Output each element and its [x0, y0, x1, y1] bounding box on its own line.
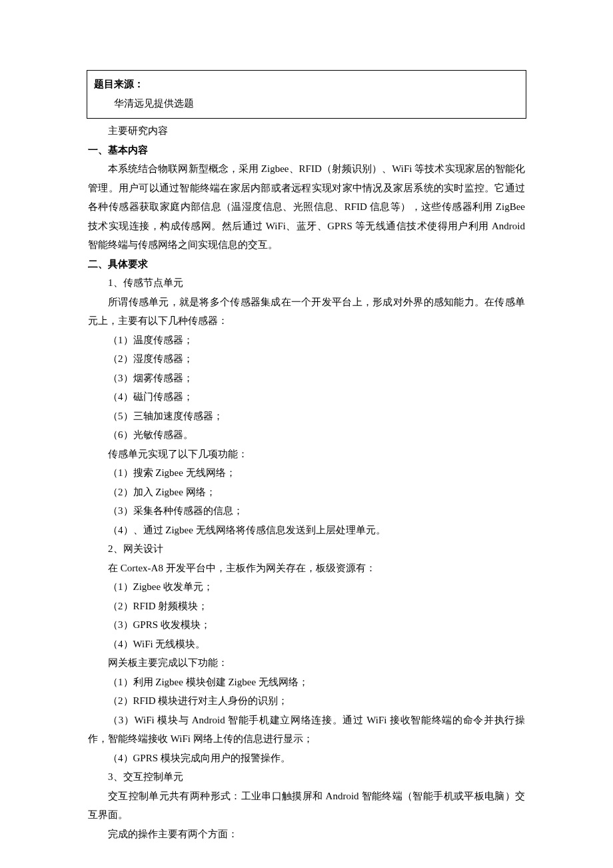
sensor-func-item: （1）搜索 Zigbee 无线网络； — [88, 463, 525, 483]
gateway-res-item: （1）Zigbee 收发单元； — [88, 577, 525, 597]
gateway-func-item: （2）RFID 模块进行对主人身份的识别； — [88, 691, 525, 711]
gateway-func-item: （1）利用 Zigbee 模块创建 Zigbee 无线网络； — [88, 673, 525, 692]
sensor-func-item: （2）加入 Zigbee 网络； — [88, 483, 525, 502]
section-1-paragraph: 本系统结合物联网新型概念，采用 Zigbee、RFID（射频识别）、WiFi 等… — [88, 159, 525, 255]
topic-source-title: 题目来源： — [94, 75, 519, 94]
sensor-item: （2）湿度传感器； — [88, 349, 525, 369]
gateway-func-item: （3）WiFi 模块与 Android 智能手机建立网络连接。通过 WiFi 接… — [88, 711, 525, 749]
sensor-funcs-label: 传感单元实现了以下几项功能： — [88, 445, 525, 464]
gateway-res-item: （4）WiFi 无线模块。 — [88, 635, 525, 654]
sensor-item: （4）磁门传感器； — [88, 387, 525, 407]
topic-source-content: 华清远见提供选题 — [94, 94, 519, 113]
sensor-func-item: （4）、通过 Zigbee 无线网络将传感信息发送到上层处理单元。 — [88, 521, 525, 540]
interaction-unit-title: 3、交互控制单元 — [88, 767, 525, 787]
gateway-res-item: （2）RFID 射频模块； — [88, 597, 525, 616]
gateway-func-item: （4）GPRS 模块完成向用户的报警操作。 — [88, 749, 525, 768]
sensor-func-item: （3）采集各种传感器的信息； — [88, 501, 525, 521]
sensor-item: （1）温度传感器； — [88, 331, 525, 350]
sensor-item: （3）烟雾传感器； — [88, 369, 525, 388]
gateway-desc: 在 Cortex-A8 开发平台中，主板作为网关存在，板级资源有： — [88, 559, 525, 578]
section-1-heading: 一、基本内容 — [88, 141, 525, 160]
topic-source-box: 题目来源： 华清远见提供选题 — [87, 70, 526, 119]
sensor-unit-title: 1、传感节点单元 — [88, 273, 525, 293]
document-body: 主要研究内容 一、基本内容 本系统结合物联网新型概念，采用 Zigbee、RFI… — [87, 120, 526, 843]
gateway-res-item: （3）GPRS 收发模块； — [88, 615, 525, 635]
sensor-unit-desc: 所谓传感单元，就是将多个传感器集成在一个开发平台上，形成对外界的感知能力。在传感… — [88, 293, 525, 331]
gateway-funcs-label: 网关板主要完成以下功能： — [88, 653, 525, 673]
sensor-item: （5）三轴加速度传感器； — [88, 407, 525, 426]
sensor-item: （6）光敏传感器。 — [88, 425, 525, 445]
interaction-unit-ops-label: 完成的操作主要有两个方面： — [88, 825, 525, 844]
gateway-title: 2、网关设计 — [88, 539, 525, 559]
main-research-label: 主要研究内容 — [88, 121, 525, 141]
interaction-unit-desc: 交互控制单元共有两种形式：工业串口触摸屏和 Android 智能终端（智能手机或… — [88, 787, 525, 825]
section-2-heading: 二、具体要求 — [88, 255, 525, 274]
